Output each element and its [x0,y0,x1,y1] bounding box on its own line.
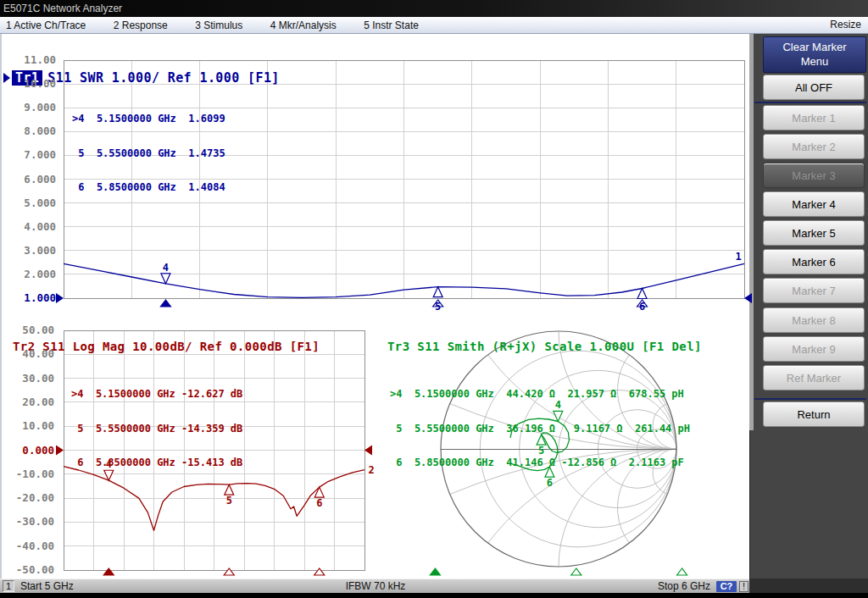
y-axis-tick-label: 30.00 [2,372,54,385]
softkey-marker-8[interactable]: Marker 8 [763,307,865,333]
softkey-separator [754,398,866,400]
y-axis-tick-label: 50.00 [2,324,54,336]
softkey-marker-5[interactable]: Marker 5 [763,220,865,246]
softkey-marker-4[interactable]: Marker 4 [763,191,865,217]
tr2-marker-readout: >4 5.1500000 GHz -12.627 dB 5 5.5500000 … [71,366,242,492]
menu-bar: 1 Active Ch/Trace 2 Response 3 Stimulus … [0,17,868,34]
y-axis-tick-label: 8.000 [2,125,56,137]
window-titlebar: E5071C Network Analyzer [0,0,868,17]
instrument-screen: E5071C Network Analyzer 1 Active Ch/Trac… [0,0,868,598]
softkey-marker-6[interactable]: Marker 6 [763,249,865,274]
y-axis-tick-label: 11.00 [2,53,56,66]
tr1-marker-row: >4 5.1500000 GHz 1.6099 [72,114,225,125]
y-axis-tick-label: 5.000 [2,197,56,209]
tr3-marker-row: 6 5.8500000 GHz 41.146 Ω -12.856 Ω 2.116… [390,457,690,469]
tr2-header: Tr2 S11 Log Mag 10.00dB/ Ref 0.000dB [F1… [13,340,320,353]
y-axis-tick-label: 6.000 [2,173,56,185]
menu-active-ch-trace[interactable]: 1 Active Ch/Trace [6,18,86,34]
y-axis-tick-label: 7.000 [2,148,56,161]
tr1-title: S11 SWR 1.000/ Ref 1.000 [F1] [47,70,280,86]
tr2-marker-row: >4 5.1500000 GHz -12.627 dB [71,389,242,401]
softkey-ref-marker[interactable]: Ref Marker [763,365,865,390]
menu-instr-state[interactable]: 5 Instr State [364,18,419,34]
y-axis-tick-label: 10.00 [2,419,54,432]
calibration-status-badge: C? [716,581,737,592]
tr2-marker-row: 6 5.8500000 GHz -15.413 dB [71,457,242,469]
channel-number-box: 1 [3,580,14,592]
status-bar: 1 Start 5 GHz IFBW 70 kHz Stop 6 GHz C? … [0,579,751,593]
y-axis-tick-label: -30.00 [2,515,54,528]
menu-response[interactable]: 2 Response [114,18,168,34]
y-axis-tick-label: 3.000 [2,244,56,257]
stop-frequency-label: Stop 6 GHz [626,580,710,592]
y-axis-tick-label: 2.000 [2,268,56,280]
y-axis-tick-label: 40.00 [2,347,54,360]
y-axis-tick-label: -40.00 [2,540,54,552]
tr3-marker-row: 5 5.5500000 GHz 36.196 Ω 9.1167 Ω 261.44… [390,424,690,435]
window-title: E5071C Network Analyzer [3,3,122,14]
softkey-menu-title-line2: Menu [764,54,865,69]
softkey-marker-7[interactable]: Marker 7 [763,278,865,303]
ifbw-label: IFBW 70 kHz [291,580,460,592]
tr2-marker-row: 5 5.5500000 GHz -14.359 dB [71,424,242,435]
softkey-marker-3[interactable]: Marker 3 [763,163,865,188]
sidebar-bottom-filler [749,579,868,593]
chart-area: Tr1S11 SWR 1.000/ Ref 1.000 [F1] Tr2 S11… [0,34,749,579]
softkey-marker-9[interactable]: Marker 9 [763,336,865,362]
tr3-header: Tr3 S11 Smith (R+jX) Scale 1.000U [F1 De… [387,340,702,353]
tr1-marker-readout: >4 5.1500000 GHz 1.6099 5 5.5500000 GHz … [72,91,225,217]
softkey-marker-1[interactable]: Marker 1 [763,105,865,130]
y-axis-tick-label: 4.000 [2,220,56,233]
softkey-return[interactable]: Return [763,401,865,427]
tr1-marker-row: 5 5.5500000 GHz 1.4735 [72,148,225,160]
y-axis-tick-label: 10.00 [2,77,56,90]
softkey-marker-2[interactable]: Marker 2 [763,134,865,159]
tr1-marker-row: 6 5.8500000 GHz 1.4084 [72,182,225,194]
menu-resize[interactable]: Resize [830,17,861,33]
y-axis-tick-label: 20.00 [2,396,54,408]
softkey-menu-title: Clear Marker Menu [763,36,866,73]
bottom-strip [0,593,868,598]
y-axis-tick-label: -10.00 [2,468,54,480]
softkey-menu-title-line1: Clear Marker [764,40,865,54]
menu-stimulus[interactable]: 3 Stimulus [195,18,242,34]
y-axis-tick-label: 1.000 [2,291,56,304]
menu-mkr-analysis[interactable]: 4 Mkr/Analysis [270,18,337,34]
y-axis-tick-label: 9.000 [2,101,56,114]
softkey-all-off[interactable]: All OFF [763,75,865,100]
softkey-separator [754,102,866,103]
y-axis-tick-label: -50.00 [2,563,54,576]
y-axis-tick-label: -20.00 [2,491,54,504]
tr3-marker-readout: >4 5.1500000 GHz 44.420 Ω 21.957 Ω 678.5… [390,366,690,492]
softkey-scroll-strip[interactable] [749,34,754,430]
y-axis-tick-label: 0.000 [2,444,54,457]
warning-badge: ! [739,581,748,592]
start-frequency-label: Start 5 GHz [20,580,74,592]
tr3-marker-row: >4 5.1500000 GHz 44.420 Ω 21.957 Ω 678.5… [390,389,690,401]
